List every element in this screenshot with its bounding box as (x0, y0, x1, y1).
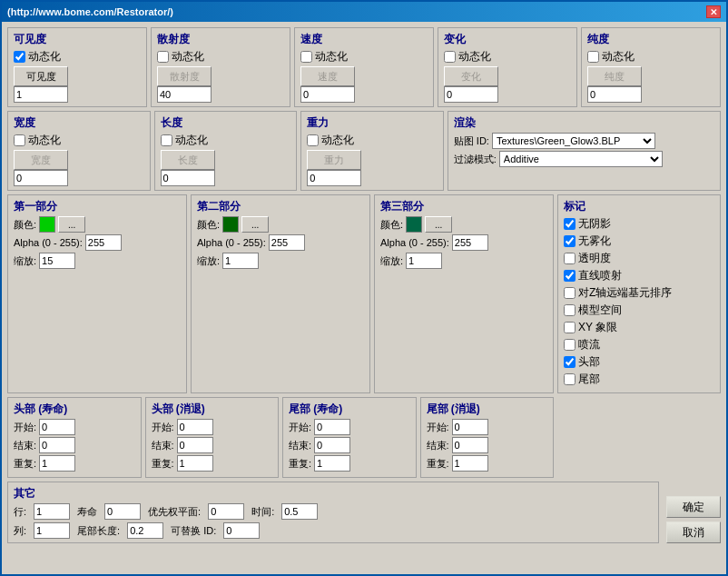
part3-scale-input[interactable] (406, 253, 442, 269)
purity-button[interactable]: 纯度 (587, 66, 642, 86)
tail-decay-start-input[interactable] (452, 419, 488, 435)
length-checkbox[interactable] (161, 134, 172, 146)
purity-input[interactable] (587, 86, 642, 103)
gravity-button[interactable]: 重力 (307, 150, 361, 170)
priority-input[interactable] (208, 503, 244, 520)
part2-scale-input[interactable] (222, 253, 259, 269)
filter-select[interactable]: Additive Blend Modulate Modulate2x Alpha… (499, 151, 663, 167)
life-input[interactable] (104, 503, 141, 520)
tail-decay-end-row: 结束: (427, 437, 548, 453)
tail-decay-repeat-row: 重复: (427, 455, 548, 472)
flag-zsort-checkbox[interactable] (564, 287, 576, 299)
replace-label: 可替换 ID: (171, 524, 216, 538)
part3-color-swatch[interactable] (406, 216, 422, 233)
part3-label: 第三部分 (380, 199, 547, 214)
change-checkbox-row: 动态化 (444, 49, 571, 65)
visibility-checkbox-label: 动态化 (28, 49, 61, 65)
part2-color-button[interactable]: ... (241, 216, 269, 233)
flag-tail-label: 尾部 (578, 372, 600, 387)
head-life-repeat-input[interactable] (39, 455, 75, 472)
purity-checkbox[interactable] (587, 51, 599, 63)
length-button[interactable]: 长度 (161, 150, 215, 170)
speed-button[interactable]: 速度 (300, 66, 355, 86)
panel-purity: 纯度 动态化 纯度 (581, 27, 721, 107)
flag-modelspace: 模型空间 (564, 303, 714, 318)
flag-noshadow-checkbox[interactable] (564, 218, 576, 230)
visibility-button[interactable]: 可见度 (14, 66, 68, 86)
close-button[interactable]: ✕ (706, 5, 721, 18)
flag-linearemit-checkbox[interactable] (564, 270, 576, 282)
diffuse-checkbox[interactable] (157, 51, 169, 63)
change-button[interactable]: 变化 (444, 66, 498, 86)
flag-jet-checkbox[interactable] (564, 339, 576, 351)
replace-input[interactable] (223, 522, 260, 539)
flag-nofog-checkbox[interactable] (564, 235, 576, 247)
part2-color-swatch[interactable] (222, 216, 239, 233)
title-bar: (http://www.bome.com/Restorator/) ✕ (2, 2, 726, 22)
gravity-checkbox[interactable] (307, 134, 319, 146)
panel-visibility: 可见度 动态化 可见度 (7, 27, 147, 107)
visibility-checkbox[interactable] (14, 51, 25, 63)
flag-noshadow: 无阴影 (564, 216, 714, 232)
part3-alpha-input[interactable] (452, 234, 488, 251)
col-input[interactable] (34, 522, 70, 539)
gravity-checkbox-label: 动态化 (321, 133, 354, 148)
tail-life-start-input[interactable] (314, 419, 350, 435)
width-checkbox[interactable] (14, 134, 25, 146)
flag-tail-checkbox[interactable] (564, 373, 576, 385)
change-checkbox[interactable] (444, 51, 456, 63)
others-label: 其它 (14, 486, 653, 502)
tail-decay-repeat-input[interactable] (452, 455, 488, 472)
head-decay-start-input[interactable] (177, 419, 213, 435)
part3-alpha-row: Alpha (0 - 255): (380, 234, 547, 251)
panel-others: 其它 行: 寿命 优先权平面: 时间: 列: 尾部长度: 可替换 ID: (7, 482, 659, 543)
cancel-button[interactable]: 取消 (666, 521, 721, 543)
flag-modelspace-label: 模型空间 (578, 303, 622, 318)
tail-life-repeat-label: 重复: (289, 457, 311, 471)
row-input[interactable] (34, 503, 70, 520)
speed-label: 速度 (300, 32, 428, 47)
texture-select[interactable]: Textures\Green_Glow3.BLP (492, 133, 655, 149)
part2-alpha-input[interactable] (269, 234, 305, 251)
diffuse-button[interactable]: 散射度 (157, 66, 212, 86)
length-input[interactable] (161, 170, 215, 186)
head-decay-repeat-input[interactable] (177, 455, 213, 472)
speed-input[interactable] (300, 86, 355, 103)
tail-len-input[interactable] (127, 522, 163, 539)
flag-head-checkbox[interactable] (564, 356, 576, 368)
panel-head-decay: 头部 (消退) 开始: 结束: 重复: (145, 397, 280, 478)
part1-color-button[interactable]: ... (58, 216, 85, 233)
gravity-input[interactable] (307, 170, 361, 186)
life-label: 寿命 (77, 505, 97, 519)
head-life-start-input[interactable] (39, 419, 75, 435)
tail-decay-label: 尾部 (消退) (427, 402, 548, 417)
panel-gravity: 重力 动态化 重力 (300, 111, 444, 191)
part1-alpha-input[interactable] (85, 234, 122, 251)
time-input[interactable] (281, 503, 318, 520)
ok-button[interactable]: 确定 (666, 496, 721, 518)
tail-life-repeat-input[interactable] (314, 455, 350, 472)
part3-color-row: 颜色: ... (380, 216, 547, 233)
width-input[interactable] (14, 170, 68, 186)
texture-id-label: 贴图 ID: (454, 134, 489, 148)
tail-life-end-input[interactable] (314, 437, 350, 453)
part1-scale-input[interactable] (39, 253, 75, 269)
head-decay-end-input[interactable] (177, 437, 213, 453)
flag-transparency-checkbox[interactable] (564, 253, 576, 264)
flag-modelspace-checkbox[interactable] (564, 304, 576, 316)
speed-checkbox-label: 动态化 (315, 49, 348, 65)
part1-alpha-row: Alpha (0 - 255): (14, 234, 181, 251)
diffuse-input[interactable] (157, 86, 212, 103)
part1-color-swatch[interactable] (39, 216, 55, 233)
flag-xy-checkbox[interactable] (564, 322, 576, 333)
head-life-start-label: 开始: (14, 421, 36, 434)
part3-color-button[interactable]: ... (425, 216, 452, 233)
head-life-end-input[interactable] (39, 437, 75, 453)
col-label: 列: (14, 524, 26, 538)
speed-checkbox[interactable] (300, 51, 312, 63)
window-body: 可见度 动态化 可见度 散射度 动态化 散射度 速度 (2, 22, 726, 574)
change-input[interactable] (444, 86, 498, 103)
visibility-input[interactable] (14, 86, 68, 103)
width-button[interactable]: 宽度 (14, 150, 68, 170)
tail-decay-end-input[interactable] (452, 437, 488, 453)
